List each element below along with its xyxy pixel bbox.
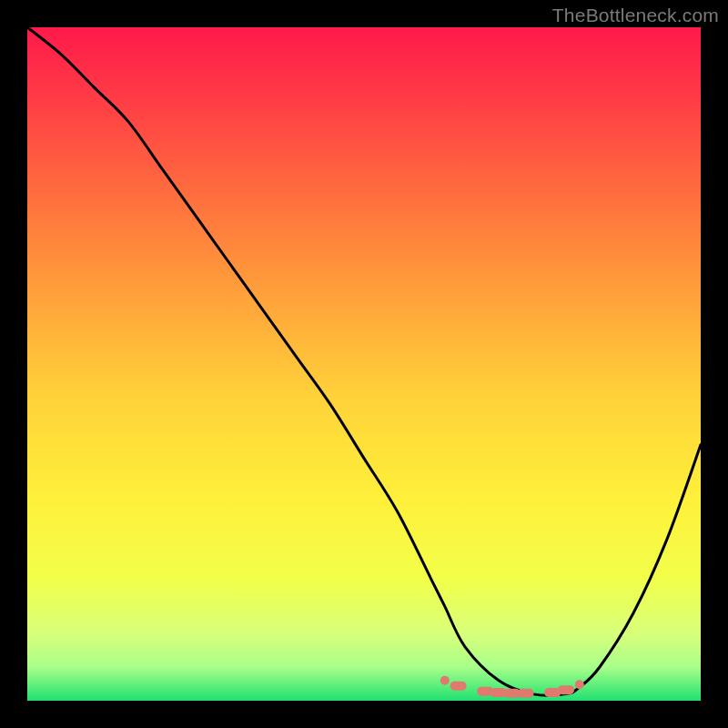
attribution-text: TheBottleneck.com bbox=[552, 5, 719, 26]
marker-dot bbox=[575, 680, 584, 689]
bottleneck-curve bbox=[27, 27, 701, 695]
chart-container: TheBottleneck.com bbox=[0, 0, 728, 728]
marker-dot bbox=[558, 685, 574, 694]
plot-area bbox=[27, 27, 701, 701]
marker-dot bbox=[450, 682, 467, 691]
marker-dot bbox=[518, 689, 534, 698]
curve-layer bbox=[27, 27, 701, 701]
marker-dot bbox=[440, 676, 450, 685]
